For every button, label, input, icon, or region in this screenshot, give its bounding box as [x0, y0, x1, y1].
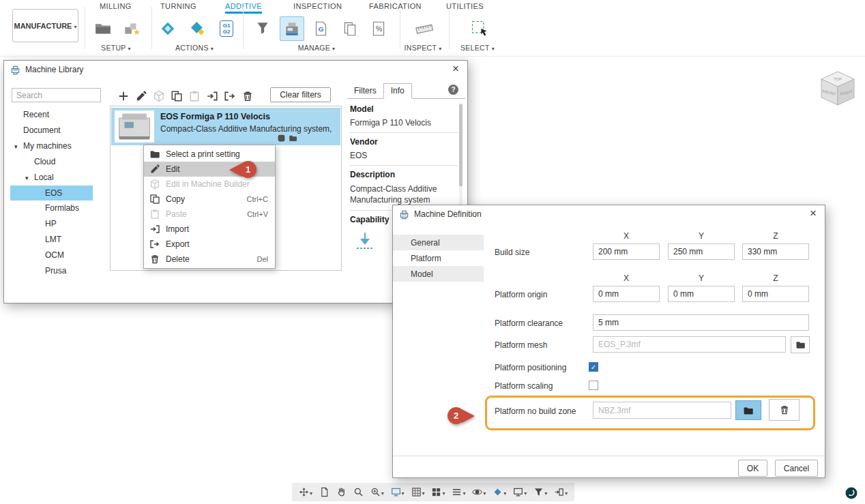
menu-item-export[interactable]: Export [144, 237, 275, 252]
platform-origin-y-input[interactable] [668, 286, 735, 302]
nav-zoom-icon[interactable] [353, 487, 364, 497]
machine-card-selected[interactable]: EOS Formiga P 110 Velocis Compact-Class … [111, 108, 340, 145]
inspect-measure-icon[interactable] [412, 16, 437, 41]
action-post-process-icon[interactable]: G1G2 [214, 16, 239, 41]
nav-look-at-icon[interactable] [319, 487, 329, 497]
menu-item-copy[interactable]: CopyCtrl+C [144, 192, 275, 207]
nav-named-views-icon[interactable] [493, 487, 506, 497]
build-size-z-input[interactable] [742, 243, 809, 260]
platform-mesh-browse-button[interactable] [791, 336, 810, 353]
nav-item-general[interactable]: General [393, 235, 484, 250]
sidebar-item-my-machines[interactable]: My machines [10, 138, 93, 153]
workspace-selector-button[interactable]: MANUFACTURE [12, 9, 78, 42]
nav-viewports-icon[interactable] [431, 487, 445, 497]
sidebar-item-hp[interactable]: HP [10, 216, 93, 231]
expand-caret-icon[interactable] [14, 141, 18, 151]
group-select[interactable]: SELECT [456, 44, 499, 52]
setup-folder-icon[interactable] [91, 16, 115, 41]
assistant-badge[interactable] [845, 487, 857, 499]
group-label: INSPECT [405, 44, 437, 52]
build-size-x-input[interactable] [593, 243, 660, 260]
sidebar-item-label: Cloud [34, 157, 55, 166]
search-input[interactable] [12, 88, 101, 102]
export-machine-button[interactable] [224, 90, 236, 102]
tab-info[interactable]: Info [383, 83, 412, 99]
tab-milling[interactable]: MILLING [100, 2, 132, 12]
nav-orbit-icon[interactable] [472, 487, 486, 497]
manage-post-library-icon[interactable] [250, 16, 275, 41]
sidebar-item-ocm[interactable]: OCM [10, 248, 93, 263]
nav-display-mode-icon[interactable] [513, 487, 527, 497]
group-actions[interactable]: ACTIONS [172, 44, 217, 52]
machine-builder-button[interactable] [153, 90, 165, 102]
dropdown-caret-icon [564, 488, 568, 497]
paste-machine-button[interactable] [188, 90, 201, 102]
viewcube-face-top[interactable]: TOP [834, 77, 842, 81]
add-machine-button[interactable] [117, 90, 130, 102]
platform-origin-x-input[interactable] [593, 286, 660, 302]
nav-selection-filter-icon[interactable] [533, 487, 547, 497]
edit-machine-button[interactable] [135, 90, 147, 102]
close-icon[interactable] [808, 208, 819, 219]
action-generate-icon[interactable] [156, 16, 180, 41]
manage-machine-library-icon[interactable] [280, 16, 304, 41]
help-icon[interactable] [448, 85, 458, 95]
sidebar-item-lmt[interactable]: LMT [10, 232, 93, 247]
platform-no-build-zone-delete-button[interactable] [769, 399, 800, 421]
dialog-title: Machine Library [25, 65, 83, 74]
action-simulate-icon[interactable] [186, 16, 210, 41]
tab-inspection[interactable]: INSPECTION [293, 2, 342, 12]
nav-item-platform[interactable]: Platform [393, 250, 484, 266]
view-cube[interactable]: TOP FRONT RIGHT [812, 61, 864, 113]
menu-item-import[interactable]: Import [144, 222, 275, 237]
manage-probing-icon[interactable]: % [366, 16, 391, 41]
axis-header-z: Z [742, 231, 809, 241]
nav-grab-icon[interactable] [336, 487, 347, 497]
platform-no-build-zone-browse-button[interactable] [735, 400, 761, 420]
manage-ncprogram-icon[interactable]: G [308, 16, 333, 41]
import-machine-button[interactable] [206, 90, 218, 102]
cancel-button[interactable]: Cancel [775, 460, 818, 477]
scrollbar-thumb[interactable] [459, 104, 463, 186]
platform-positioning-checkbox[interactable] [589, 362, 598, 372]
tab-turning[interactable]: TURNING [160, 2, 196, 12]
sidebar-item-document[interactable]: Document [10, 123, 93, 138]
ok-button[interactable]: OK [738, 460, 767, 477]
select-tool-icon[interactable] [467, 16, 492, 41]
menu-item-delete[interactable]: DeleteDel [144, 252, 275, 267]
nav-item-model[interactable]: Model [393, 266, 484, 282]
sidebar-item-local[interactable]: Local [10, 170, 93, 185]
manage-templates-icon[interactable] [338, 16, 362, 41]
nav-transform-icon[interactable] [554, 487, 568, 497]
sidebar-item-recent[interactable]: Recent [10, 107, 93, 122]
copy-machine-button[interactable] [171, 90, 183, 102]
expand-caret-icon[interactable] [25, 173, 29, 182]
group-inspect[interactable]: INSPECT [401, 44, 445, 52]
group-setup[interactable]: SETUP [94, 44, 138, 52]
platform-clearance-input[interactable] [593, 314, 809, 331]
nav-steps-icon[interactable] [452, 487, 465, 497]
sidebar-item-eos[interactable]: EOS [10, 186, 93, 201]
tab-filters[interactable]: Filters [347, 84, 383, 98]
delete-machine-button[interactable] [241, 90, 254, 102]
clear-filters-button[interactable]: Clear filters [270, 87, 331, 102]
sidebar-item-prusa[interactable]: Prusa [10, 263, 93, 278]
sidebar-item-cloud[interactable]: Cloud [10, 154, 93, 169]
sidebar-item-label: EOS [45, 188, 62, 198]
platform-origin-z-input[interactable] [742, 286, 809, 302]
sidebar-item-formlabs[interactable]: Formlabs [10, 201, 93, 216]
menu-item-select-print-setting[interactable]: Select a print setting [144, 147, 275, 162]
platform-no-build-zone-input[interactable] [593, 402, 731, 419]
nav-pan-icon[interactable] [299, 487, 312, 497]
nav-zoom-window-icon[interactable] [370, 487, 384, 497]
tab-utilities[interactable]: UTILITIES [446, 2, 484, 12]
tab-fabrication[interactable]: FABRICATION [369, 2, 422, 12]
platform-mesh-input[interactable] [593, 336, 786, 353]
build-size-y-input[interactable] [668, 243, 735, 260]
group-manage[interactable]: MANAGE [295, 44, 338, 52]
close-icon[interactable] [450, 63, 461, 74]
nav-display-settings-icon[interactable] [391, 487, 405, 497]
setup-parts-icon[interactable] [119, 16, 144, 41]
nav-grid-icon[interactable] [411, 487, 425, 497]
platform-scaling-checkbox[interactable] [589, 381, 598, 390]
